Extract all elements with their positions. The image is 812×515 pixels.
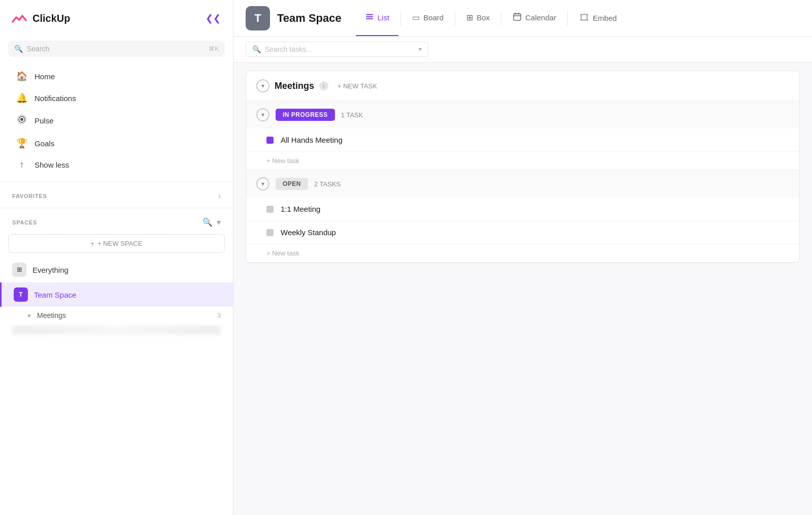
in-progress-collapse-button[interactable]: ▾ [256,108,269,121]
in-progress-badge: IN PROGRESS [276,109,335,121]
in-progress-count: 1 TASK [341,111,363,119]
topbar-title: Team Space [277,12,342,25]
topbar-space-icon: T [246,6,270,30]
tab-divider-2 [455,11,455,26]
meetings-title: Meetings [275,81,314,91]
open-group: ▾ OPEN 2 TASKS 1:1 Meeting Weekly Standu… [246,170,799,263]
tab-nav: List ▭ Board ⊞ Box Calendar [356,0,570,36]
embed-tab-icon [579,12,589,24]
sidebar: ClickUp ❮❮ 🔍 Search ⌘K 🏠 Home 🔔 Notifica… [0,0,233,515]
content-area: ▾ Meetings i + NEW TASK ▾ IN PROGRESS 1 … [233,62,812,515]
add-task-in-progress[interactable]: + New task [246,152,799,170]
nav-divider-2 [0,208,233,208]
search-placeholder: Search [27,45,205,53]
task-row-all-hands[interactable]: All Hands Meeting [246,128,799,152]
spaces-label: SPACES [12,219,37,226]
svg-rect-4 [366,16,373,17]
new-space-button[interactable]: + + NEW SPACE [8,234,225,253]
meetings-sub-icon: ✦ [26,312,32,319]
main-nav: 🏠 Home 🔔 Notifications Pulse 🏆 Goals ↑ S… [0,63,233,178]
task-search-placeholder: Search tasks... [265,45,415,53]
search-shortcut: ⌘K [209,45,219,52]
meetings-new-task-button[interactable]: + NEW TASK [333,80,381,92]
svg-rect-3 [366,14,373,15]
svg-rect-6 [514,14,521,20]
task-row-one-on-one[interactable]: 1:1 Meeting [246,198,799,221]
spaces-collapse-icon[interactable]: ▾ [217,217,221,227]
open-collapse-button[interactable]: ▾ [256,177,269,190]
spaces-search-icon[interactable]: 🔍 [202,217,213,227]
clickup-logo-icon [10,9,28,27]
tab-list[interactable]: List [356,0,398,36]
nav-item-pulse[interactable]: Pulse [4,109,229,132]
tab-box[interactable]: ⊞ Box [457,0,499,36]
open-status-header: ▾ OPEN 2 TASKS [246,170,799,198]
sidebar-item-everything[interactable]: ⊞ Everything [0,258,233,282]
svg-rect-5 [366,18,373,19]
search-icon: 🔍 [14,45,23,53]
sidebar-item-meetings-label: Meetings [37,311,66,319]
sidebar-header: ClickUp ❮❮ [0,0,233,37]
calendar-tab-icon [513,12,522,23]
tab-divider-3 [501,11,501,26]
nav-item-notifications-label: Notifications [35,94,76,103]
nav-divider [0,182,233,182]
meetings-count: 3 [217,312,221,319]
add-task-open[interactable]: + New task [246,244,799,262]
collapse-sidebar-button[interactable]: ❮❮ [204,11,223,26]
tab-embed-label: Embed [593,14,617,22]
sidebar-item-team-space-label: Team Space [34,291,76,299]
team-space-icon: T [14,287,28,302]
goals-icon: 🏆 [16,138,27,149]
tab-board[interactable]: ▭ Board [403,0,453,36]
tab-list-label: List [378,13,389,22]
add-task-in-progress-label: + New task [266,157,299,165]
nav-item-home-label: Home [35,72,55,81]
home-icon: 🏠 [16,71,27,82]
in-progress-status-header: ▾ IN PROGRESS 1 TASK [246,101,799,128]
blurred-space-item [12,326,221,335]
task-dot-one-on-one [266,206,274,213]
tab-calendar[interactable]: Calendar [503,0,565,36]
tab-divider-1 [400,11,401,26]
board-tab-icon: ▭ [412,13,420,22]
everything-icon: ⊞ [12,263,26,277]
nav-item-home[interactable]: 🏠 Home [4,66,229,87]
task-dot-all-hands [266,137,274,144]
favorites-expand-icon[interactable]: › [218,191,221,201]
plus-icon: + [91,240,95,247]
nav-item-pulse-label: Pulse [35,116,54,125]
meetings-info-icon[interactable]: i [319,81,328,90]
sidebar-item-everything-label: Everything [32,266,69,274]
task-row-standup[interactable]: Weekly Standup [246,221,799,244]
nav-item-notifications[interactable]: 🔔 Notifications [4,87,229,109]
tab-board-label: Board [423,13,444,22]
task-search-chevron-icon: ▾ [419,46,422,53]
logo-text: ClickUp [32,13,70,24]
search-box[interactable]: 🔍 Search ⌘K [8,41,225,57]
spaces-actions: 🔍 ▾ [202,217,221,227]
tab-embed[interactable]: Embed [570,0,626,37]
task-search-box[interactable]: 🔍 Search tasks... ▾ [246,42,428,57]
task-name-all-hands: All Hands Meeting [281,136,343,144]
nav-item-goals-label: Goals [35,139,54,148]
meetings-header: ▾ Meetings i + NEW TASK [246,71,799,101]
pulse-icon [16,114,27,127]
nav-item-show-less[interactable]: ↑ Show less [4,154,229,175]
meetings-section: ▾ Meetings i + NEW TASK ▾ IN PROGRESS 1 … [246,71,800,263]
favorites-label: FAVORITES [12,193,47,199]
sidebar-item-team-space[interactable]: T Team Space [0,282,233,307]
tab-divider-4 [567,11,568,26]
tab-box-label: Box [477,13,490,22]
box-tab-icon: ⊞ [466,13,473,22]
nav-item-goals[interactable]: 🏆 Goals [4,133,229,154]
open-badge: OPEN [276,178,308,190]
sidebar-item-meetings[interactable]: ✦ Meetings 3 [0,307,233,324]
meetings-collapse-button[interactable]: ▾ [256,79,269,92]
favorites-section-header[interactable]: FAVORITES › [0,186,233,204]
topbar: T Team Space List ▭ Board ⊞ Box [233,0,812,37]
task-name-one-on-one: 1:1 Meeting [281,205,320,213]
svg-point-2 [20,118,23,121]
tab-calendar-label: Calendar [525,13,556,22]
open-count: 2 TASKS [314,180,341,188]
